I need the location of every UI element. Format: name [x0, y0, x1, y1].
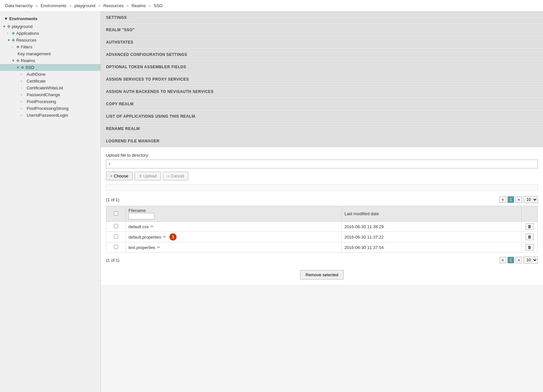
delete-button[interactable]: 🗑 [525, 223, 534, 230]
breadcrumb-item[interactable]: playground [74, 3, 95, 8]
section-assign-backends[interactable]: ASSIGN AUTH BACKENDS TO NEVISAUTH SERVIC… [101, 86, 543, 98]
row-checkbox-cell [106, 222, 126, 232]
section-advanced[interactable]: ADVANCED CONFIGURATION SETTINGS [101, 49, 543, 60]
breadcrumb-item[interactable]: Realms [131, 3, 146, 8]
edit-icon[interactable]: ✏ [151, 224, 154, 229]
row-modified-cell: 2016-06-30 11:38:29 [342, 222, 522, 232]
tree-icon: ✤ [21, 65, 24, 70]
bottom-pagination: (1 of 1) « 1 » 10 25 50 [106, 256, 538, 264]
page-current-button[interactable]: 1 [508, 196, 514, 203]
sidebar-item-label: Realms [21, 58, 35, 63]
upload-button[interactable]: ⇧ Upload [135, 172, 161, 180]
section-realm[interactable]: REALM "SSO" [101, 24, 543, 36]
breadcrumb-item[interactable]: SSO [154, 3, 163, 8]
sidebar-item-certificatewhitelist[interactable]: › CertificateWhiteList [0, 85, 100, 91]
section-logrend[interactable]: LOGREND FILE MANAGER [101, 135, 543, 147]
tree-icon: ✤ [12, 38, 15, 43]
sidebar-item-useridpasswordlogin[interactable]: › UserIdPasswordLogin [0, 112, 100, 119]
tree-icon: ✤ [16, 45, 20, 49]
bottom-per-page-select[interactable]: 10 25 50 [523, 256, 538, 264]
filename-label: default.properties [128, 235, 161, 240]
sidebar-item-keymanagement[interactable]: › Key management [0, 50, 100, 57]
sidebar-item-passwordchange[interactable]: › PasswordChange [0, 91, 100, 98]
directory-input[interactable] [106, 160, 538, 168]
tree-arrow: ▼ [16, 66, 21, 69]
sidebar-item-label: PostProcessingStrong [27, 106, 69, 111]
plus-icon: + [110, 174, 113, 178]
tree-arrow: › [21, 100, 25, 103]
breadcrumb: Data hierarchy » Environments » playgrou… [0, 0, 543, 12]
table-row: text.properties ✏ 2016-06-30 11:37:54 🗑 [106, 242, 538, 253]
tree-arrow: ▼ [7, 38, 12, 42]
sidebar-item-authdone[interactable]: › AuthDone [0, 71, 100, 78]
edit-icon[interactable]: ✏ [157, 245, 160, 250]
section-authstates[interactable]: AUTHSTATES [101, 36, 543, 48]
notification-badge: 1 [169, 233, 177, 241]
sidebar-item-postprocessingstrong[interactable]: › PostProcessingStrong [0, 105, 100, 112]
edit-icon[interactable]: ✏ [163, 235, 166, 239]
section-rename-realm[interactable]: RENAME REALM [101, 123, 543, 135]
remove-selected-button[interactable]: Remove selected [300, 270, 344, 280]
upload-label: Upload file to directory: [106, 153, 538, 158]
page-last-button[interactable]: » [515, 196, 522, 203]
sidebar-item-sso[interactable]: ▼ ✤ SSO [0, 64, 100, 71]
sidebar-item-applications[interactable]: › ✤ Applications [0, 30, 100, 37]
section-settings[interactable]: SETTINGS [101, 12, 543, 23]
row-filename-cell: default.properties ✏ 1 [126, 232, 342, 242]
row-checkbox[interactable] [114, 234, 118, 239]
sidebar-item-realms[interactable]: ▼ ✤ Realms [0, 57, 100, 64]
per-page-select[interactable]: 10 25 50 [523, 196, 538, 203]
choose-button[interactable]: + Choose [106, 172, 133, 180]
sidebar: ▼ Environments ▼ ✤ playground › ✤ Applic… [0, 12, 101, 392]
pagination-info: (1 of 1) [106, 197, 119, 202]
remove-row: Remove selected [106, 266, 538, 280]
tree-arrow: › [21, 72, 25, 76]
breadcrumb-item[interactable]: Data hierarchy [5, 3, 33, 8]
content-area: SETTINGS REALM "SSO" AUTHSTATES ADVANCED… [101, 12, 543, 392]
filename-label: default.css [128, 224, 149, 229]
select-all-checkbox[interactable] [114, 211, 118, 216]
filename-filter-input[interactable] [128, 213, 154, 219]
col-checkbox-header [106, 206, 126, 222]
row-checkbox[interactable] [114, 245, 118, 249]
sidebar-item-filters[interactable]: › ✤ Filters [0, 44, 100, 50]
table-row: default.properties ✏ 1 2016-06-30 11:37:… [106, 232, 538, 242]
section-copy-realm[interactable]: COPY REALM [101, 98, 543, 110]
tree-arrow: › [21, 86, 25, 90]
top-pagination: (1 of 1) « 1 » 10 25 50 [106, 196, 538, 203]
section-list-apps[interactable]: LIST OF APPLICATIONS USING THIS REALM. [101, 111, 543, 122]
breadcrumb-item[interactable]: Resources [103, 3, 124, 8]
file-table: Filename Last modified date [106, 206, 538, 253]
row-delete-cell: 🗑 [522, 242, 538, 253]
bottom-pagination-info: (1 of 1) [106, 258, 119, 263]
row-checkbox-cell [106, 242, 126, 253]
bottom-pagination-controls: « 1 » 10 25 50 [499, 256, 538, 264]
section-optional[interactable]: OPTIONAL TOKEN ASSEMBLER FIELDS [101, 61, 543, 73]
bottom-page-current-button[interactable]: 1 [508, 257, 514, 263]
cancel-icon: ○ [167, 174, 169, 178]
breadcrumb-item[interactable]: Environments [41, 3, 66, 8]
tree-arrow: › [21, 93, 25, 97]
sidebar-item-label: Resources [16, 38, 36, 43]
progress-area [106, 184, 538, 191]
sidebar-item-playground[interactable]: ▼ ✤ playground [0, 23, 100, 30]
sidebar-item-resources[interactable]: ▼ ✤ Resources [0, 37, 100, 44]
bottom-page-first-button[interactable]: « [499, 257, 506, 263]
row-checkbox-cell [106, 232, 126, 242]
sidebar-item-label: Key management [18, 51, 51, 56]
tree-icon: ✤ [7, 24, 10, 29]
section-assign-services[interactable]: ASSIGN SERVICES TO PROXY SERVICES [101, 73, 543, 85]
bottom-page-last-button[interactable]: » [515, 257, 522, 263]
page-first-button[interactable]: « [499, 196, 506, 203]
delete-button[interactable]: 🗑 [525, 244, 534, 251]
sidebar-item-postprocessing[interactable]: › PostProcessing [0, 98, 100, 105]
row-modified-cell: 2016-06-30 11:37:22 [342, 232, 522, 242]
delete-button[interactable]: 🗑 [525, 234, 534, 240]
sidebar-item-certificate[interactable]: › Certificate [0, 78, 100, 85]
row-delete-cell: 🗑 [522, 232, 538, 242]
tree-arrow: › [7, 32, 12, 35]
cancel-button[interactable]: ○ Cancel [163, 172, 188, 180]
sidebar-item-label: AuthDone [27, 72, 46, 77]
row-checkbox[interactable] [114, 224, 118, 228]
sidebar-section-title: ▼ Environments [0, 14, 100, 23]
